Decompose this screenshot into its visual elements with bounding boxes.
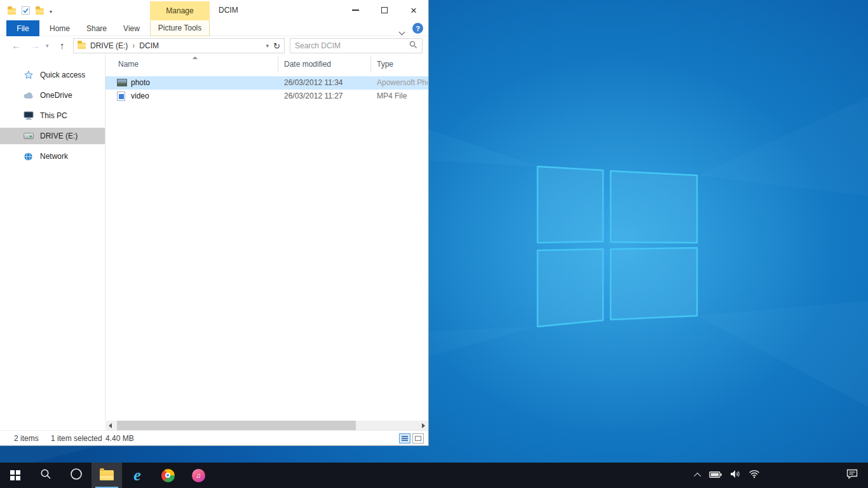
sidebar-item-network[interactable]: Network	[0, 148, 105, 165]
sort-ascending-icon	[193, 57, 198, 59]
folder-icon	[78, 43, 86, 49]
column-separator[interactable]	[370, 57, 371, 72]
refresh-icon[interactable]: ↻	[272, 41, 284, 51]
file-name: photo	[131, 76, 150, 90]
action-center-icon[interactable]	[846, 469, 858, 482]
details-view-button[interactable]	[399, 433, 410, 444]
sidebar-item-label: OneDrive	[40, 91, 72, 100]
ribbon-tab-row: File Home Share View Picture Tools ?	[0, 20, 428, 36]
checkmark-icon[interactable]	[22, 6, 30, 17]
status-bar: 2 items 1 item selected 4.40 MB	[0, 430, 428, 445]
contextual-group-manage[interactable]: Manage	[150, 1, 210, 20]
scroll-left-button[interactable]	[105, 421, 115, 430]
wifi-icon[interactable]	[749, 470, 760, 481]
file-explorer-icon	[100, 470, 114, 480]
up-button[interactable]: ↑	[60, 36, 65, 55]
taskbar-itunes-button[interactable]: ♫	[183, 463, 214, 488]
minimize-icon	[352, 10, 359, 11]
new-folder-icon[interactable]	[36, 8, 44, 15]
tab-share[interactable]: Share	[81, 20, 112, 36]
cortana-button[interactable]	[61, 463, 92, 488]
ribbon-expand-button[interactable]	[400, 25, 404, 37]
battery-icon[interactable]	[709, 470, 722, 481]
navigation-pane: Quick access OneDrive This PC DRIVE (E:)…	[0, 55, 105, 421]
cloud-icon	[23, 92, 34, 99]
drive-icon	[23, 133, 34, 139]
taskbar-internet-explorer-button[interactable]: e	[122, 463, 153, 488]
file-row-video[interactable]: video 26/03/2012 11:27 MP4 File	[105, 90, 428, 103]
sidebar-item-label: This PC	[40, 111, 67, 120]
recent-locations-caret[interactable]: ▾	[46, 36, 49, 55]
search-icon	[40, 468, 51, 482]
file-date-modified: 26/03/2012 11:34	[284, 76, 343, 90]
file-list: Name Date modified Type photo 26/03/2012…	[105, 55, 428, 421]
internet-explorer-icon: e	[133, 467, 141, 484]
titlebar: ▾ Manage DCIM ×	[0, 0, 428, 20]
tab-home[interactable]: Home	[44, 20, 75, 36]
sidebar-item-label: Quick access	[40, 71, 85, 79]
cortana-circle-icon	[70, 468, 83, 483]
triangle-left-icon	[109, 423, 112, 428]
sidebar-item-drive-e[interactable]: DRIVE (E:)	[0, 128, 105, 144]
folder-icon[interactable]	[8, 8, 16, 15]
search-box[interactable]	[290, 38, 423, 53]
sidebar-item-quick-access[interactable]: Quick access	[0, 67, 105, 83]
back-button[interactable]: ←	[11, 36, 21, 55]
forward-button[interactable]: →	[31, 36, 40, 55]
video-file-icon	[117, 92, 125, 101]
taskbar-chrome-button[interactable]	[153, 463, 183, 488]
photo-file-icon	[117, 79, 127, 86]
search-input[interactable]	[295, 41, 409, 50]
manage-label: Manage	[166, 6, 193, 15]
file-name: video	[131, 90, 149, 103]
maximize-button[interactable]	[370, 0, 399, 20]
quick-access-toolbar: ▾	[8, 6, 52, 17]
pc-icon	[23, 111, 34, 120]
network-icon	[23, 152, 34, 161]
speaker-icon[interactable]	[730, 470, 740, 481]
windows-logo-icon	[10, 470, 20, 480]
tray-spacer	[768, 475, 838, 476]
chevron-down-icon	[399, 29, 405, 36]
address-dropdown-caret[interactable]: ▾	[263, 43, 273, 49]
caret-down-icon[interactable]: ▾	[50, 9, 52, 15]
music-note-icon: ♫	[196, 471, 201, 479]
scroll-right-button[interactable]	[419, 421, 428, 430]
column-header-name[interactable]: Name	[118, 60, 139, 69]
item-count: 2 items	[14, 431, 39, 446]
close-button[interactable]: ×	[399, 0, 428, 20]
sidebar-item-onedrive[interactable]: OneDrive	[0, 87, 105, 104]
column-separator[interactable]	[278, 57, 278, 72]
details-view-icon	[402, 436, 408, 442]
taskbar: e ♫	[0, 463, 868, 488]
start-button[interactable]	[0, 463, 31, 488]
horizontal-scrollbar[interactable]	[105, 421, 428, 430]
scrollbar-thumb[interactable]	[117, 421, 356, 430]
help-button[interactable]: ?	[412, 23, 423, 34]
taskbar-file-explorer-button[interactable]	[92, 463, 122, 488]
window-title: DCIM	[219, 0, 238, 20]
breadcrumb-segment-dcim[interactable]: DCIM	[139, 41, 159, 50]
column-header-date-modified[interactable]: Date modified	[284, 60, 331, 69]
tab-file[interactable]: File	[6, 20, 39, 36]
address-bar[interactable]: DRIVE (E:) › DCIM ▾ ↻	[73, 38, 285, 53]
sidebar-item-label: Network	[40, 152, 68, 161]
large-icons-view-button[interactable]	[412, 433, 424, 444]
maximize-icon	[381, 7, 388, 13]
tab-picture-tools[interactable]: Picture Tools	[150, 20, 210, 36]
taskbar-search-button[interactable]	[31, 463, 61, 488]
breadcrumb-segment-drive[interactable]: DRIVE (E:)	[90, 41, 128, 50]
sidebar-item-this-pc[interactable]: This PC	[0, 107, 105, 124]
chrome-icon	[161, 469, 175, 482]
tab-view[interactable]: View	[117, 20, 146, 36]
file-date-modified: 26/03/2012 11:27	[284, 90, 343, 103]
navigation-toolbar: ← → ▾ ↑ DRIVE (E:) › DCIM ▾ ↻	[0, 36, 428, 55]
tray-chevron-up-icon[interactable]	[696, 473, 701, 478]
star-icon	[23, 71, 34, 79]
minimize-button[interactable]	[341, 0, 370, 20]
file-row-photo[interactable]: photo 26/03/2012 11:34 Apowersoft Pho	[105, 76, 428, 90]
search-icon[interactable]	[409, 40, 417, 51]
breadcrumb-chevron-icon[interactable]: ›	[132, 41, 135, 50]
large-icons-view-icon	[415, 436, 421, 441]
column-header-type[interactable]: Type	[377, 60, 393, 69]
